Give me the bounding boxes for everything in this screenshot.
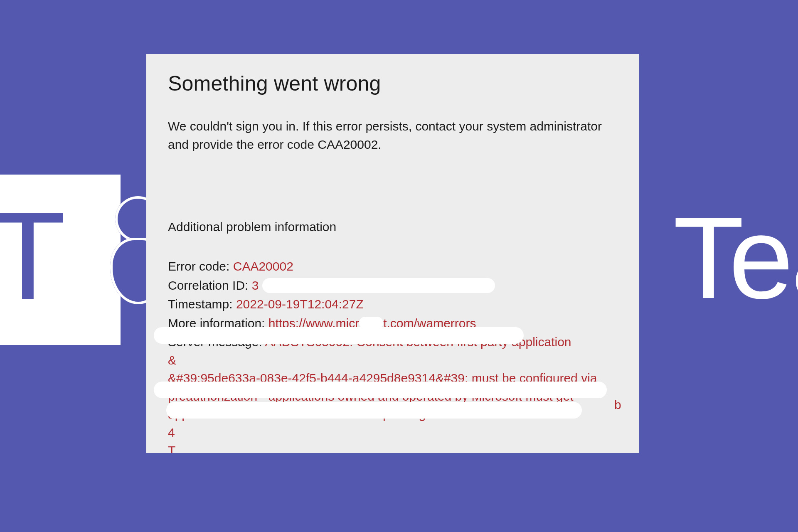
teams-wordmark: Tear	[673, 191, 798, 325]
correlation-id-line: Correlation ID: 3	[168, 276, 617, 295]
error-code-value: CAA20002	[233, 259, 293, 273]
timestamp-line: Timestamp: 2022-09-19T12:04:27Z	[168, 295, 617, 313]
timestamp-value: 2022-09-19T12:04:27Z	[236, 297, 364, 311]
redaction-bar	[154, 327, 524, 344]
teams-logo-letter: T	[0, 193, 66, 318]
redaction-bar	[154, 382, 607, 398]
error-details: Error code: CAA20002 Correlation ID: 3 T…	[168, 257, 617, 453]
fragment-4: 4	[168, 426, 175, 439]
redaction-bar	[166, 402, 582, 419]
fragment-T: T	[168, 443, 175, 453]
dialog-title: Something went wrong	[168, 71, 617, 96]
error-code-line: Error code: CAA20002	[168, 257, 617, 276]
error-code-label: Error code:	[168, 259, 233, 273]
teams-logo-tile: T	[0, 175, 121, 345]
correlation-id-label: Correlation ID:	[168, 278, 252, 292]
dialog-message: We couldn't sign you in. If this error p…	[168, 117, 617, 153]
fragment-b: b	[614, 398, 621, 412]
timestamp-label: Timestamp:	[168, 297, 236, 311]
additional-info-heading: Additional problem information	[168, 220, 617, 234]
correlation-id-value: 3	[252, 278, 259, 292]
redaction-pill	[262, 278, 495, 293]
